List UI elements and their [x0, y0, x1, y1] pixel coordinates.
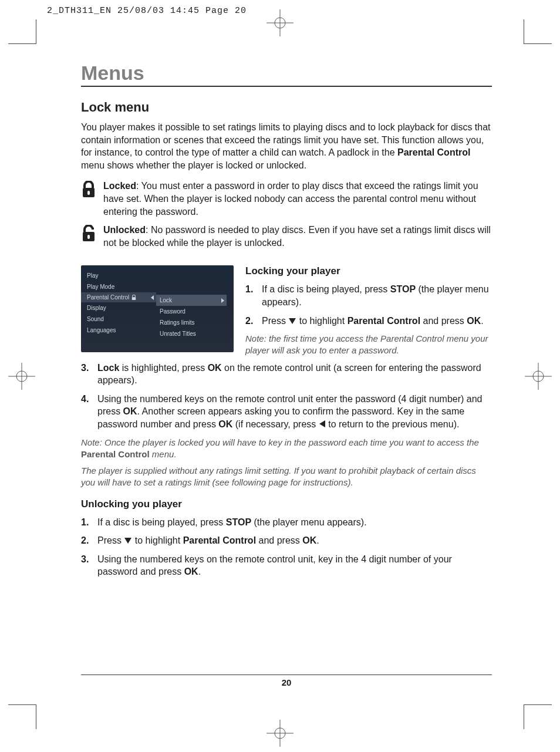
svg-marker-18	[319, 420, 325, 427]
crop-mark-icon	[36, 19, 36, 44]
crop-mark-icon	[8, 43, 36, 44]
arrow-down-icon	[124, 537, 132, 544]
menu-item: Play	[87, 270, 156, 281]
text-bold: Parental Control	[183, 535, 256, 545]
menu-item: Sound	[87, 313, 156, 325]
menu-item: Play Mode	[87, 281, 156, 292]
text: menu.	[150, 449, 177, 459]
step-text: Press to highlight Parental Control and …	[97, 534, 319, 547]
svg-marker-17	[289, 318, 296, 324]
crop-mark-icon	[524, 19, 524, 44]
text: Parental Control	[87, 294, 129, 301]
step-number: 1.	[81, 516, 94, 529]
step-text: Using the numbered keys on the remote co…	[97, 393, 492, 431]
text-bold: OK	[208, 363, 222, 373]
text: : No password is needed to play discs. E…	[103, 225, 491, 248]
text-bold: STOP	[390, 284, 416, 294]
step: 3. Lock is highlighted, press OK on the …	[81, 362, 492, 387]
locking-steps-continued: 3. Lock is highlighted, press OK on the …	[81, 362, 492, 431]
step-number: 3.	[81, 553, 94, 578]
text: and press	[256, 535, 302, 545]
text-bold: Locked	[103, 181, 136, 191]
arrow-left-icon	[319, 420, 326, 428]
crop-mark-icon	[524, 43, 552, 44]
text-bold: OK	[218, 419, 232, 429]
menu-item: Display	[87, 302, 156, 313]
intro-paragraph: You player makes it possible to set rati…	[81, 121, 492, 171]
locked-text: Locked: You must enter a password in ord…	[103, 180, 492, 218]
text: (the player menu appears).	[251, 517, 367, 527]
step-number: 2.	[81, 534, 94, 547]
content-area: Menus Lock menu You player makes it poss…	[81, 62, 492, 584]
menu-item-selected: Parental Control	[81, 292, 156, 302]
step-number: 1.	[245, 283, 258, 308]
text-bold: OK	[467, 316, 481, 326]
text: Lock	[160, 297, 172, 304]
text: menu shows whether the player is locked …	[81, 160, 306, 170]
step-text: If a disc is being played, press STOP (t…	[262, 283, 492, 308]
arrow-down-icon	[288, 318, 296, 325]
menu-item: Languages	[87, 325, 156, 336]
step-number: 2.	[245, 315, 258, 328]
page-footer: 20	[81, 675, 492, 687]
crop-mark-icon	[8, 704, 36, 705]
text: If a disc is being played, press	[97, 517, 226, 527]
text: to highlight	[296, 316, 347, 326]
registration-mark-icon	[525, 363, 552, 390]
text: (if necessary, press	[232, 419, 318, 429]
lock-closed-icon	[81, 181, 96, 198]
lock-open-icon	[81, 225, 96, 242]
text: Note: Once the player is locked you will…	[81, 437, 479, 447]
crop-mark-icon	[36, 704, 36, 729]
svg-rect-13	[87, 191, 90, 195]
text: Press	[262, 316, 288, 326]
unlocked-text: Unlocked: No password is needed to play …	[103, 224, 492, 249]
text-bold: Unlocked	[103, 225, 146, 235]
text-bold: Lock	[97, 363, 119, 373]
locking-steps: 1. If a disc is being played, press STOP…	[245, 283, 492, 327]
text: is highlighted, press	[119, 363, 207, 373]
text-bold: Parental Control	[348, 316, 420, 326]
text: Press	[97, 535, 124, 545]
triangle-right-icon	[221, 298, 224, 303]
registration-mark-icon	[8, 363, 35, 390]
print-header: 2_DTH311_EN 25/08/03 14:45 Page 20	[47, 6, 247, 16]
page-number: 20	[81, 677, 492, 687]
step-text: If a disc is being played, press STOP (t…	[97, 516, 367, 529]
menu-item: Password	[156, 306, 227, 317]
step: 3. Using the numbered keys on the remote…	[81, 553, 492, 578]
screenshot-right-menu: Lock Password Ratings limits Unrated Tit…	[156, 295, 227, 339]
main-heading: Menus	[81, 62, 492, 85]
note-text: The player is supplied without any ratin…	[81, 465, 492, 489]
registration-mark-icon	[266, 720, 294, 747]
step: 2. Press to highlight Parental Control a…	[245, 315, 492, 328]
divider	[81, 675, 492, 675]
svg-marker-19	[124, 538, 131, 544]
step: 1. If a disc is being played, press STOP…	[245, 283, 492, 308]
text-bold: STOP	[226, 517, 251, 527]
menu-screenshot: Play Play Mode Parental Control Display …	[81, 265, 234, 352]
screenshot-left-menu: Play Play Mode Parental Control Display …	[81, 265, 156, 352]
two-column-layout: Play Play Mode Parental Control Display …	[81, 265, 492, 361]
step-text: Lock is highlighted, press OK on the rem…	[97, 362, 492, 387]
svg-rect-16	[132, 297, 136, 300]
text: Using the numbered keys on the remote co…	[97, 554, 452, 577]
text-bold: OK	[184, 566, 198, 576]
step-number: 4.	[81, 393, 94, 431]
lock-icon	[131, 295, 136, 301]
unlocking-steps: 1. If a disc is being played, press STOP…	[81, 516, 492, 578]
unlocked-description: Unlocked: No password is needed to play …	[81, 224, 492, 249]
locked-description: Locked: You must enter a password in ord…	[81, 180, 492, 218]
step-number: 3.	[81, 362, 94, 387]
step: 4. Using the numbered keys on the remote…	[81, 393, 492, 431]
menu-item: Unrated Titles	[156, 328, 227, 339]
menu-item-selected: Lock	[156, 295, 227, 306]
menu-item: Ratings limits	[156, 317, 227, 328]
step: 2. Press to highlight Parental Control a…	[81, 534, 492, 547]
text-bold: OK	[123, 406, 137, 416]
text: to highlight	[132, 535, 183, 545]
subsection-heading: Unlocking you player	[81, 498, 492, 510]
registration-mark-icon	[266, 9, 294, 36]
note-text: Note: Once the player is locked you will…	[81, 437, 492, 461]
divider	[81, 86, 492, 87]
